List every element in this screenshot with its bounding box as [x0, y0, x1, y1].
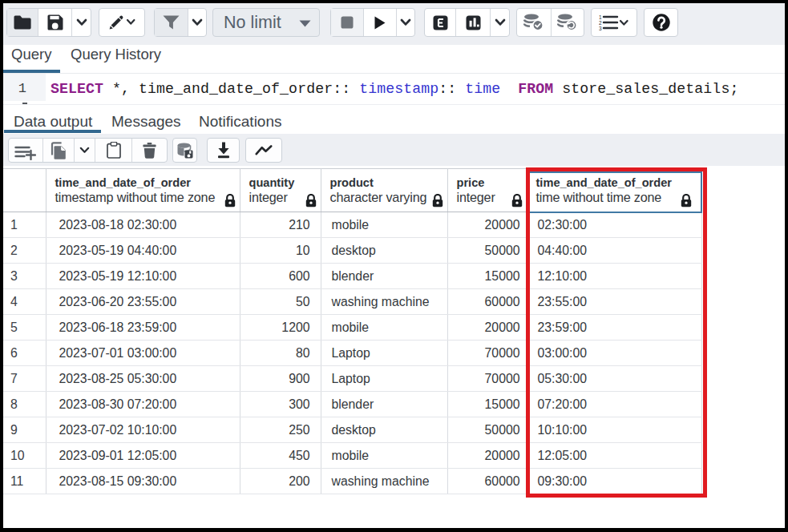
- svg-text:1: 1: [599, 14, 602, 20]
- svg-text:2: 2: [599, 20, 602, 26]
- svg-text:3: 3: [599, 26, 602, 31]
